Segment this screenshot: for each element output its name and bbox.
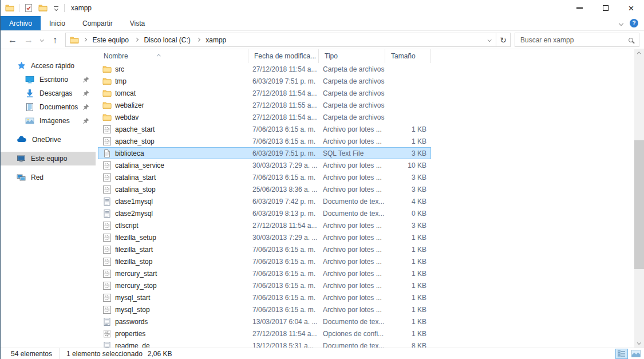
column-header-tamano[interactable]: Tamaño [385,49,431,63]
table-row[interactable]: catalina_start7/06/2013 6:15 a. m.Archiv… [98,171,431,183]
table-row[interactable]: webalizer27/12/2018 11:55 a...Carpeta de… [98,99,431,111]
table-row[interactable]: biblioteca6/03/2019 7:51 p. m.SQL Text F… [98,147,431,159]
table-row[interactable]: apache_start7/06/2013 6:15 a. m.Archivo … [98,123,431,135]
tab-compartir[interactable]: Compartir [74,16,121,30]
column-header-tipo[interactable]: Tipo [319,49,385,63]
back-button[interactable]: ← [5,33,20,48]
file-name: clase1mysql [115,198,153,206]
column-header-nombre[interactable]: Nombre [98,49,248,63]
chevron-right-icon[interactable] [134,38,139,41]
table-row[interactable]: mysql_stop7/06/2013 6:15 a. m.Archivo po… [98,303,431,315]
table-row[interactable]: apache_stop7/06/2013 6:15 a. m.Archivo p… [98,135,431,147]
table-row[interactable]: ctlscript27/12/2018 11:54 a...Archivo po… [98,219,431,231]
file-size-cell: 1 KB [385,294,431,302]
address-dropdown-chevron-icon[interactable] [483,33,496,46]
breadcrumb-item-este-equipo[interactable]: Este equipo [88,33,134,46]
recent-locations-chevron-icon[interactable] [37,33,46,48]
table-row[interactable]: tmp6/03/2019 7:51 p. m.Carpeta de archiv… [98,75,431,87]
tab-inicio[interactable]: Inicio [41,16,74,30]
tab-archivo[interactable]: Archivo [1,16,41,30]
file-name: apache_start [115,125,155,133]
table-row[interactable]: filezilla_stop7/06/2013 6:15 a. m.Archiv… [98,255,431,267]
table-row[interactable]: mysql_start7/06/2013 6:15 a. m.Archivo p… [98,291,431,303]
forward-button[interactable]: → [21,33,36,48]
search-input[interactable] [519,35,629,45]
close-icon: × [629,3,634,13]
details-view-button[interactable] [615,349,628,359]
file-name: mercury_start [115,270,157,278]
address-box[interactable]: Este equipoDisco local (C:)xampp ↻ [65,33,511,47]
breadcrumb-item-disco-local-c[interactable]: Disco local (C:) [139,33,195,46]
sidebar-item-label: Acceso rápido [31,62,74,70]
file-size-cell: 1 KB [385,137,431,145]
table-row[interactable]: webdav27/12/2018 11:54 a...Carpeta de ar… [98,111,431,123]
refresh-icon[interactable]: ↻ [496,33,510,46]
file-name-cell: ctlscript [98,221,248,230]
table-row[interactable]: readme_de13/12/2018 5:31 a...Documento d… [98,340,431,348]
table-row[interactable]: catalina_stop25/06/2013 8:36 a. ...Archi… [98,183,431,195]
close-button[interactable]: × [618,0,644,16]
file-name: mysql_start [115,294,150,302]
scrollbar-thumb[interactable] [634,140,644,269]
sidebar-item-label: Imágenes [39,117,70,125]
file-date-cell: 13/12/2018 5:31 a... [248,342,319,348]
table-row[interactable]: passwords13/03/2017 6:04 a. ...Documento… [98,315,431,328]
file-name: tomcat [115,89,136,97]
properties-quick-icon[interactable] [23,3,34,13]
up-button[interactable]: ↑ [48,33,62,48]
current-folder-icon [66,35,82,45]
table-row[interactable]: tomcat27/12/2018 11:54 a...Carpeta de ar… [98,87,431,99]
batch-file-icon [102,185,112,194]
customize-toolbar-chevron-icon[interactable] [52,6,60,10]
sidebar-item-descargas[interactable]: Descargas [1,86,96,100]
help-icon[interactable]: ? [630,19,638,27]
column-header-label: Tipo [325,52,338,60]
table-row[interactable]: mercury_start7/06/2013 6:15 a. m.Archivo… [98,267,431,279]
table-row[interactable]: properties27/12/2018 11:54 a...Opciones … [98,328,431,340]
chevron-right-icon[interactable] [82,38,88,41]
file-name: filezilla_setup [115,234,156,242]
sidebar-item-documentos[interactable]: Documentos [1,100,96,114]
file-type-cell: Carpeta de archivos [319,65,385,73]
address-bar: ← → ↑ Este equipoDisco local (C:)xampp ↻ [1,31,644,49]
sidebar-item-acceso-rapido[interactable]: Acceso rápido [1,59,96,73]
file-name-cell: catalina_start [98,173,248,182]
network-icon [17,173,26,182]
table-row[interactable]: filezilla_setup30/03/2013 7:29 a. ...Arc… [98,231,431,243]
new-folder-quick-icon[interactable] [38,3,48,13]
file-name-cell: filezilla_setup [98,233,248,242]
minimize-button[interactable] [567,0,592,16]
file-type-cell: Documento de tex... [319,342,385,348]
breadcrumb-item-xampp[interactable]: xampp [200,33,231,46]
tab-vista[interactable]: Vista [121,16,153,30]
sidebar-item-este-equipo[interactable]: Este equipo [1,152,96,165]
thumbnails-view-button[interactable] [630,349,642,359]
table-row[interactable]: clase1mysql6/03/2019 7:42 p. m.Documento… [98,195,431,207]
table-row[interactable]: filezilla_start7/06/2013 6:15 a. m.Archi… [98,243,431,255]
table-row[interactable]: mercury_stop7/06/2013 6:15 a. m.Archivo … [98,279,431,291]
explorer-logo-icon [5,3,15,13]
search-icon[interactable] [629,38,633,42]
status-bar: 54 elementos 1 elemento seleccionado 2,0… [1,348,644,359]
sidebar-item-red[interactable]: Red [1,171,96,184]
table-row[interactable]: catalina_service30/03/2013 7:29 a. ...Ar… [98,159,431,171]
file-type-cell: Carpeta de archivos [319,101,385,109]
sidebar-item-escritorio[interactable]: Escritorio [1,73,96,86]
folder-icon [102,101,112,110]
table-row[interactable]: clase2mysql6/03/2019 8:13 p. m.Documento… [98,207,431,219]
scroll-up-icon[interactable] [634,49,644,59]
batch-file-icon [102,281,112,290]
expand-ribbon-chevron-icon[interactable] [619,21,623,25]
scrollbar-track[interactable] [634,59,644,338]
sql-file-icon [102,149,112,158]
sidebar-item-imagenes[interactable]: Imágenes [1,114,96,128]
maximize-button[interactable] [592,0,618,16]
file-date-cell: 7/06/2013 6:15 a. m. [248,246,319,254]
chevron-right-icon[interactable] [196,38,201,41]
scroll-down-icon[interactable] [634,338,644,348]
this-pc-icon [17,154,26,163]
sidebar-item-onedrive[interactable]: OneDrive [1,133,96,147]
table-row[interactable]: src27/12/2018 11:54 a...Carpeta de archi… [98,63,431,75]
vertical-scrollbar[interactable] [634,49,644,348]
column-header-fecha-de-modifica[interactable]: Fecha de modifica... [248,49,319,63]
